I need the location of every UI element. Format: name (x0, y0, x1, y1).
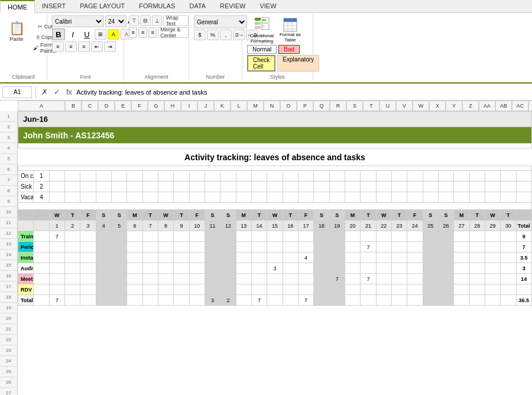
align-center-button[interactable]: ≡ (65, 41, 77, 52)
tab-view[interactable]: VIEW (252, 0, 283, 12)
conditional-formatting-button[interactable]: Conditional Formatting (247, 17, 277, 44)
leave-empty (516, 182, 532, 192)
task-val-3-0 (49, 263, 64, 274)
tab-page-layout[interactable]: PAGE LAYOUT (73, 0, 132, 12)
italic-button[interactable]: I (66, 28, 79, 40)
paste-button[interactable]: 📋 Paste (5, 15, 28, 47)
align-right-button[interactable]: ≡ (78, 41, 90, 52)
task-val-4-27 (469, 274, 485, 284)
align-right-btn2[interactable]: ≡ (148, 27, 157, 38)
dow-26: M (454, 210, 469, 221)
fill-color-button[interactable]: A (108, 29, 119, 40)
task-val-5-0 (49, 284, 64, 295)
leave-empty (205, 192, 220, 203)
task-val-3-19 (345, 263, 360, 274)
tab-review[interactable]: REVIEW (213, 0, 252, 12)
leave-type-label-0: On call (18, 171, 34, 182)
task-code-3 (34, 263, 49, 274)
task-val-5-29 (501, 284, 516, 295)
wrap-text-button[interactable]: Wrap Text (163, 15, 189, 26)
task-val-0-11 (220, 231, 236, 242)
underline-button[interactable]: U (80, 28, 93, 40)
task-val-1-11 (220, 242, 236, 252)
dow-6: T (142, 210, 158, 221)
formula-input[interactable] (76, 89, 530, 96)
leave-empty (220, 171, 236, 182)
bottom-align-button[interactable]: ⊥ (152, 15, 162, 26)
task-val-0-23 (407, 231, 423, 242)
style-explanatory-button[interactable]: Explanatory (277, 55, 319, 72)
task-val-5-13 (251, 284, 267, 295)
currency-button[interactable]: $ (194, 30, 206, 40)
font-name-select[interactable]: Calibri (52, 15, 104, 27)
task-val-0-21 (376, 231, 391, 242)
task-val-4-16 (298, 274, 313, 284)
leave-empty (111, 192, 126, 203)
style-check-cell-button[interactable]: Check Cell (247, 55, 275, 72)
align-left-btn2[interactable]: ≡ (129, 27, 137, 38)
row-num-24: 24 (0, 356, 17, 367)
align-center-btn2[interactable]: ≡ (138, 27, 147, 38)
middle-align-button[interactable]: ⊟ (140, 15, 150, 26)
leave-empty (236, 192, 251, 203)
format-as-table-button[interactable]: Format as Table (278, 18, 302, 43)
task-code-0 (34, 231, 49, 242)
task-val-2-0 (49, 252, 64, 263)
decrease-indent-button[interactable]: ⇤ (91, 41, 103, 52)
leave-empty (64, 182, 80, 192)
daynum-18: 18 (314, 221, 329, 231)
align-left-button[interactable]: ≡ (52, 41, 64, 52)
row-num-20: 20 (0, 313, 17, 324)
border-button[interactable]: ⊞ (95, 29, 106, 40)
leave-empty (501, 182, 516, 192)
leave-empty (80, 192, 96, 203)
dow-15: T (283, 210, 298, 221)
leave-empty (329, 171, 345, 182)
task-val-1-4 (111, 242, 126, 252)
increase-indent-button[interactable]: ⇥ (104, 41, 116, 52)
tab-data[interactable]: DATA (182, 0, 213, 12)
cancel-formula-icon[interactable]: ✗ (40, 88, 50, 96)
comma-button[interactable]: , (220, 30, 232, 40)
task-val-4-24 (423, 274, 438, 284)
dow-8: T (174, 210, 189, 221)
leave-empty (49, 171, 64, 182)
leave-empty (329, 182, 345, 192)
task-code-4 (34, 274, 49, 284)
leave-empty (423, 192, 438, 203)
task-val-6-10: 3 (205, 295, 220, 306)
task-val-0-1 (64, 231, 80, 242)
tab-insert[interactable]: INSERT (35, 0, 73, 12)
daynum-26: 26 (438, 221, 453, 231)
style-normal-button[interactable]: Normal (247, 45, 277, 54)
style-bad-button[interactable]: Bad (278, 45, 300, 54)
bold-button[interactable]: B (52, 28, 65, 40)
task-val-5-15 (283, 284, 298, 295)
cell-reference-box[interactable] (2, 86, 32, 98)
col-header-F: F (131, 101, 148, 111)
number-format-select[interactable]: General (194, 15, 247, 28)
top-align-button[interactable]: ⊤ (129, 15, 139, 26)
task-val-3-6 (142, 263, 158, 274)
confirm-formula-icon[interactable]: ✓ (52, 88, 62, 96)
task-val-1-7 (158, 242, 173, 252)
leave-empty (345, 182, 360, 192)
number-label: Number (189, 74, 242, 80)
insert-function-icon[interactable]: fx (64, 88, 74, 96)
task-val-1-9 (189, 242, 205, 252)
task-val-4-18: 7 (329, 274, 345, 284)
tab-formulas[interactable]: FORMULAS (132, 0, 182, 12)
task-val-6-20 (361, 295, 376, 306)
col-header-X: X (429, 101, 446, 111)
font-size-select[interactable]: 24 (105, 15, 126, 27)
dow-18: S (329, 210, 345, 221)
task-val-3-12 (236, 263, 251, 274)
task-val-2-21 (376, 252, 391, 263)
row-num-18: 18 (0, 292, 17, 303)
merge-center-button[interactable]: Merge & Center (158, 27, 189, 38)
percent-button[interactable]: % (207, 30, 219, 40)
task-hdr-code (34, 210, 49, 221)
task-val-4-5 (127, 274, 142, 284)
tab-home[interactable]: HOME (0, 0, 35, 13)
col-header-AB: AB (495, 101, 512, 111)
